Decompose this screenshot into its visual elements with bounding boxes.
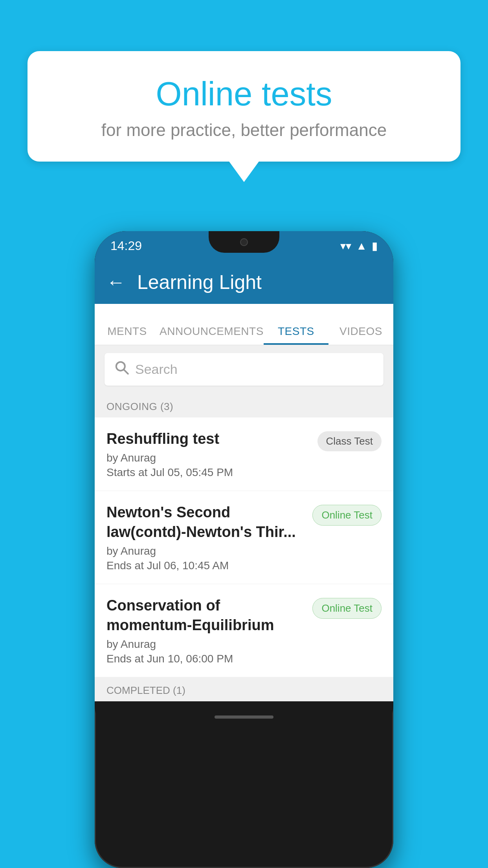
search-container: Search [95,345,393,394]
test-name-3: Conservation of momentum-Equilibrium [106,596,305,635]
home-indicator [215,715,273,719]
app-title: Learning Light [137,271,262,294]
phone-container: 14:29 ▾▾ ▲ ▮ ← Learning Light MENTS [95,231,393,868]
speech-bubble-container: Online tests for more practice, better p… [28,51,460,162]
test-list: Reshuffling test by Anurag Starts at Jul… [95,417,393,677]
tabs-bar: MENTS ANNOUNCEMENTS TESTS VIDEOS [95,304,393,345]
app-background: Online tests for more practice, better p… [0,0,488,868]
speech-bubble: Online tests for more practice, better p… [28,51,460,162]
test-item-2[interactable]: Newton's Second law(contd)-Newton's Thir… [95,491,393,584]
test-name-2: Newton's Second law(contd)-Newton's Thir… [106,503,305,542]
search-placeholder: Search [135,362,178,377]
test-item-3[interactable]: Conservation of momentum-Equilibrium by … [95,584,393,677]
test-item-1[interactable]: Reshuffling test by Anurag Starts at Jul… [95,417,393,491]
tab-videos[interactable]: VIDEOS [328,318,393,345]
status-bar: 14:29 ▾▾ ▲ ▮ [95,231,393,261]
svg-line-1 [124,370,128,374]
phone-frame: 14:29 ▾▾ ▲ ▮ ← Learning Light MENTS [95,231,393,868]
test-info-3: Conservation of momentum-Equilibrium by … [106,596,312,665]
battery-icon: ▮ [372,239,378,252]
test-author-2: by Anurag [106,545,305,557]
status-time: 14:29 [110,239,142,253]
tab-ments[interactable]: MENTS [95,318,160,345]
camera-icon [240,238,248,246]
content-area: Search ONGOING (3) Reshuffling test by A… [95,345,393,701]
test-time-2: Ends at Jul 06, 10:45 AM [106,559,305,572]
back-button[interactable]: ← [106,273,125,292]
test-time-1: Starts at Jul 05, 05:45 PM [106,466,310,479]
test-author-1: by Anurag [106,452,310,464]
test-info-1: Reshuffling test by Anurag Starts at Jul… [106,429,317,479]
signal-icon: ▲ [356,240,367,252]
test-badge-3: Online Test [312,598,382,619]
search-icon [114,360,129,379]
test-info-2: Newton's Second law(contd)-Newton's Thir… [106,503,312,572]
search-bar[interactable]: Search [105,353,383,386]
status-icons: ▾▾ ▲ ▮ [340,239,378,252]
test-time-3: Ends at Jun 10, 06:00 PM [106,653,305,665]
phone-bottom [95,701,393,733]
test-badge-2: Online Test [312,505,382,526]
bubble-subtitle: for more practice, better performance [47,120,441,140]
test-badge-1: Class Test [317,431,382,451]
ongoing-section-header: ONGOING (3) [95,394,393,417]
wifi-icon: ▾▾ [340,239,351,252]
test-author-3: by Anurag [106,638,305,651]
app-bar: ← Learning Light [95,261,393,304]
bubble-title: Online tests [47,75,441,113]
notch [209,231,279,253]
test-name-1: Reshuffling test [106,429,310,449]
completed-section-header: COMPLETED (1) [95,677,393,701]
tab-announcements[interactable]: ANNOUNCEMENTS [160,318,264,345]
tab-tests[interactable]: TESTS [264,318,328,345]
